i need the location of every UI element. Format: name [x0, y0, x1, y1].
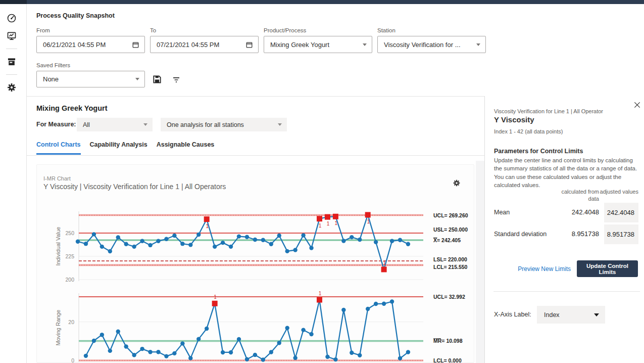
scrollbar-track[interactable]: [476, 161, 484, 363]
data-point: [156, 350, 160, 354]
filter-icon: [172, 75, 181, 84]
analysis-mode-dropdown[interactable]: One analysis for all stations: [161, 118, 287, 131]
data-point: [164, 354, 168, 358]
xaxis-dropdown[interactable]: Index: [537, 306, 605, 324]
control-limit-label: USL= 250.000: [433, 226, 468, 233]
flagged-point: [204, 216, 210, 222]
column-header-calculated: calculated from data: [559, 189, 599, 203]
data-point: [350, 235, 354, 239]
data-point: [350, 351, 354, 355]
data-point: [229, 350, 233, 354]
tab-assignable-causes[interactable]: Assignable Causes: [157, 141, 215, 155]
data-point: [301, 328, 305, 332]
flagged-point: [212, 301, 218, 306]
data-point: [213, 245, 217, 249]
flagged-point: [325, 214, 330, 220]
sidebar-item-storage[interactable]: [7, 57, 17, 67]
save-filter-button[interactable]: [152, 74, 162, 84]
tab-capability-analysis[interactable]: Capability Analysis: [90, 141, 147, 155]
data-point: [100, 333, 104, 337]
flagged-point: [381, 266, 387, 272]
mean-adjusted-input[interactable]: 242.4048: [604, 203, 638, 222]
data-point: [140, 239, 144, 243]
data-point: [116, 235, 120, 239]
data-point: [285, 326, 289, 330]
data-point: [325, 355, 329, 359]
flag-label: 1: [383, 260, 386, 266]
data-point: [108, 349, 112, 353]
to-date-input[interactable]: 07/21/2021 04:55 PM: [150, 36, 259, 53]
data-point: [124, 242, 128, 246]
tab-control-charts[interactable]: Control Charts: [36, 141, 81, 155]
data-point: [180, 341, 184, 345]
sidebar-item-dashboard[interactable]: [7, 13, 17, 23]
data-point: [366, 307, 370, 311]
flag-label: 1: [214, 294, 217, 300]
measure-dropdown[interactable]: All: [77, 118, 153, 131]
tabs-divider: [27, 155, 484, 156]
control-limit-label: LSL= 220.000: [433, 256, 467, 262]
filter-button[interactable]: [172, 75, 182, 85]
station-dropdown[interactable]: Viscosity Verification for ...: [377, 36, 486, 53]
data-point: [301, 233, 305, 237]
data-point: [148, 350, 152, 354]
chevron-down-icon: [278, 123, 282, 126]
panel-close-button[interactable]: [633, 101, 641, 109]
preview-new-limits-link[interactable]: Preview New Limits: [505, 265, 571, 273]
data-point: [140, 347, 144, 351]
saved-filters-label: Saved Filters: [36, 62, 70, 68]
process-title: Mixing Greek Yogurt: [36, 104, 107, 112]
stdev-adjusted-value: 8.951738: [607, 231, 634, 238]
y-tick-label: 200: [65, 277, 74, 283]
data-point: [253, 353, 257, 357]
sidebar-item-charts[interactable]: [7, 31, 17, 41]
page-title: Process Quality Snapshot: [36, 12, 115, 19]
sidebar-item-settings[interactable]: [7, 82, 17, 93]
data-point: [333, 357, 337, 361]
data-point: [382, 301, 386, 305]
data-point: [406, 350, 410, 354]
panel-divider: [493, 291, 640, 292]
data-point: [269, 242, 273, 246]
chevron-down-icon: [476, 43, 480, 46]
flagged-point: [333, 214, 338, 219]
update-control-limits-button[interactable]: Update Control Limits: [577, 260, 638, 277]
data-point: [196, 337, 201, 341]
data-point: [269, 350, 273, 354]
calendar-icon[interactable]: [245, 41, 253, 49]
data-point: [237, 337, 241, 341]
data-point: [341, 308, 345, 312]
data-point: [245, 235, 249, 239]
gear-icon: [7, 82, 17, 93]
data-point: [172, 234, 176, 238]
archive-box-icon: [7, 57, 17, 67]
data-point: [285, 249, 289, 253]
to-label: To: [150, 27, 156, 33]
monitor-chart-icon: [7, 31, 17, 41]
data-point: [390, 239, 394, 243]
to-date-value: 07/21/2021 04:55 PM: [157, 41, 245, 49]
data-point: [100, 245, 104, 249]
calendar-icon[interactable]: [132, 41, 139, 49]
control-limit-label: LCL= 215.550: [433, 264, 468, 270]
data-point: [358, 238, 362, 242]
y-tick-label: 225: [65, 253, 74, 259]
sidebar-divider: [6, 49, 17, 49]
data-point: [358, 353, 362, 357]
stdev-adjusted-input[interactable]: 8.951738: [604, 224, 638, 244]
panel-title: Y Viscosity: [494, 115, 534, 124]
gauge-icon: [7, 13, 17, 23]
xaxis-label: X-Axis Label:: [494, 311, 531, 318]
data-point: [132, 245, 136, 249]
saved-filters-dropdown[interactable]: None: [36, 71, 145, 87]
moving-range-chart-series: [86, 300, 408, 359]
data-point: [148, 243, 152, 247]
imr-chart-svg: 200225250Individual ValueUCL= 269.260USL…: [36, 164, 474, 363]
data-point: [221, 241, 225, 245]
data-point: [309, 332, 313, 336]
data-point: [221, 350, 225, 354]
chevron-down-icon: [594, 313, 599, 316]
from-date-input[interactable]: 06/21/2021 04:55 PM: [36, 36, 145, 53]
tab-bar: Control Charts Capability Analysis Assig…: [36, 141, 214, 155]
product-process-dropdown[interactable]: Mixing Greek Yogurt: [264, 36, 372, 53]
